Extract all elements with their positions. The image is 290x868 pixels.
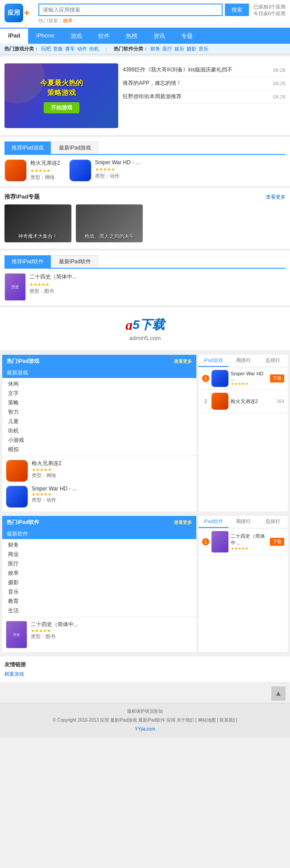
scat-business[interactable]: 商业 bbox=[6, 550, 193, 559]
footer-line3: YYjia.com bbox=[4, 725, 286, 734]
tab-iphone[interactable]: iPhone bbox=[28, 29, 62, 44]
view-more-special[interactable]: 查看更多 bbox=[266, 194, 286, 200]
game-app-item-2[interactable]: Sniper War HD - ... ★★★★★ 类型：动作 bbox=[69, 159, 140, 182]
cat-children[interactable]: 儿童 bbox=[6, 417, 193, 426]
tab-newest-software[interactable]: 最新iPad软件 bbox=[52, 255, 98, 268]
rank-icon-s1 bbox=[211, 531, 228, 552]
tab-ipad[interactable]: iPad bbox=[0, 29, 28, 44]
rank-name-1: Sniper War HD ... bbox=[231, 371, 268, 382]
rank-item-game-2[interactable]: 2 枪火兄弟连2 364 bbox=[199, 390, 288, 413]
scat-efficiency[interactable]: 效率 bbox=[6, 569, 193, 578]
tab-newest-games[interactable]: 最新iPad游戏 bbox=[52, 141, 98, 154]
scat-music[interactable]: 音乐 bbox=[6, 587, 193, 597]
scat-life[interactable]: 生活 bbox=[6, 606, 193, 615]
software-app-type-1: 类型：图书 bbox=[29, 288, 77, 295]
tab-software[interactable]: 软件 bbox=[90, 29, 118, 44]
tab-ranking[interactable]: 热榜 bbox=[118, 29, 145, 44]
tab-recommended-software[interactable]: 推荐iPad软件 bbox=[4, 255, 51, 268]
scat-medical[interactable]: 医疗 bbox=[6, 559, 193, 569]
news-item-1[interactable]: 4399巨作《我大哥叫刘备》ios版国庆豪礼挡不 08-26 bbox=[123, 63, 286, 77]
rank-tab-week-software[interactable]: 周排行 bbox=[228, 516, 258, 528]
scat-education[interactable]: 教育 bbox=[6, 597, 193, 606]
hot-games-category-active[interactable]: 最新游戏 bbox=[2, 368, 196, 378]
game-app-item-1[interactable]: 枪火兄弟连2 ★★★★★ 类型：网络 bbox=[4, 159, 60, 182]
rank-item-software-1[interactable]: 1 二十四史（简体中... ★★★★★ 下载 bbox=[199, 528, 288, 556]
cat-text[interactable]: 文字 bbox=[6, 389, 193, 398]
hot-games-header: 热门iPad游戏 查看更多 bbox=[2, 355, 196, 368]
game-app-icon-1 bbox=[4, 159, 27, 182]
rank-download-btn-1[interactable]: 下载 bbox=[270, 374, 284, 382]
hot-software-category-active[interactable]: 最新软件 bbox=[2, 529, 196, 539]
hot-software-view-more[interactable]: 查看更多 bbox=[174, 519, 192, 526]
cat-strategy[interactable]: 策略 bbox=[6, 398, 193, 407]
games-app-list: 枪火兄弟连2 ★★★★★ 类型：网络 Sniper War HD - ... ★… bbox=[4, 159, 286, 182]
software-app-item-1[interactable]: 历史 二十四史（简体中... ★★★★★ 类型：图书 bbox=[4, 273, 286, 301]
news-item-2[interactable]: 推荐的APP，难忘的情！ 08-26 bbox=[123, 77, 286, 90]
cat-brain[interactable]: 智力 bbox=[6, 407, 193, 417]
hot-game-name-2: Sniper War HD - ... bbox=[32, 486, 77, 492]
soft-cat-finance[interactable]: 财务 bbox=[150, 46, 160, 52]
rank-tab-total-games[interactable]: 总排行 bbox=[258, 355, 288, 367]
soft-cat-medical[interactable]: 医疗 bbox=[162, 46, 172, 52]
game-ranking-section: iPad游戏 周排行 总排行 1 Sniper War HD ... ★★★★★… bbox=[199, 355, 288, 511]
watermark-sub: admin5.com bbox=[9, 335, 281, 341]
hot-games-view-more[interactable]: 查看更多 bbox=[174, 358, 192, 365]
friend-links-title: 友情链接 bbox=[4, 661, 286, 669]
friend-link-1[interactable]: 棋案游戏 bbox=[4, 671, 24, 677]
banner-section: 今夏最火热的策略游戏 开始游戏 4399巨作《我大哥叫刘备》ios版国庆豪礼挡不… bbox=[0, 57, 290, 135]
banner-start-btn[interactable]: 开始游戏 bbox=[44, 102, 79, 113]
tab-news[interactable]: 资讯 bbox=[145, 29, 173, 44]
game-app-info-1: 枪火兄弟连2 ★★★★★ 类型：网络 bbox=[30, 159, 60, 181]
search-input[interactable] bbox=[38, 4, 223, 16]
rank-stars-s1: ★★★★★ bbox=[231, 546, 268, 551]
cat-mini[interactable]: 小游戏 bbox=[6, 436, 193, 445]
rank-tab-week-games[interactable]: 周排行 bbox=[228, 355, 258, 367]
game-cat-jingpan[interactable]: 竞板 bbox=[53, 46, 63, 52]
soft-cat-music[interactable]: 音乐 bbox=[199, 46, 208, 52]
rank-item-game-1[interactable]: 1 Sniper War HD ... ★★★★★ 下载 bbox=[199, 367, 288, 390]
hot-game-app-1[interactable]: 枪火兄弟连2 ★★★★★ 类型：网络 bbox=[6, 460, 193, 482]
banner-image[interactable]: 今夏最火热的策略游戏 开始游戏 bbox=[4, 63, 118, 128]
hot-software-app-1[interactable]: 历史 二十四史（简体中... ★★★★★ 类型：图书 bbox=[6, 621, 193, 648]
cat-arcade[interactable]: 街机 bbox=[6, 426, 193, 436]
rank-tab-ipad-software[interactable]: iPad软件 bbox=[199, 516, 228, 528]
game-cat-action[interactable]: 动作 bbox=[77, 46, 87, 52]
rank-num-s1: 1 bbox=[202, 538, 209, 545]
news-item-3[interactable]: 狂野@街街本周新游推荐 08-26 bbox=[123, 90, 286, 104]
special-item-1[interactable]: 神奇魔术大集合！ bbox=[4, 204, 71, 244]
soft-cat-entertainment[interactable]: 娱乐 bbox=[174, 46, 184, 52]
scat-finance[interactable]: 财务 bbox=[6, 540, 193, 550]
rank-download-btn-s1[interactable]: 下载 bbox=[270, 538, 284, 546]
special-header: 推荐iPad专题 查看更多 bbox=[4, 193, 286, 201]
special-section: 推荐iPad专题 查看更多 神奇魔术大集合！ 枪战、黑人之间的决斗 bbox=[0, 188, 290, 249]
rank-stars-1: ★★★★★ bbox=[231, 382, 268, 386]
hot-game-stars-2: ★★★★★ bbox=[32, 492, 77, 497]
news-date-3: 08-26 bbox=[273, 94, 286, 100]
game-cat-wanba[interactable]: 玩吧 bbox=[41, 46, 51, 52]
rank-tab-total-software[interactable]: 总排行 bbox=[258, 516, 288, 528]
banner-news-list: 4399巨作《我大哥叫刘备》ios版国庆豪礼挡不 08-26 推荐的APP，难忘… bbox=[123, 63, 286, 128]
tab-games[interactable]: 游戏 bbox=[62, 29, 90, 44]
hot-game-icon-2 bbox=[6, 486, 28, 508]
ipad-games-section: 推荐iPad游戏 最新iPad游戏 枪火兄弟连2 ★★★★★ 类型：网络 Sni… bbox=[0, 137, 290, 186]
search-button[interactable]: 搜索 bbox=[225, 4, 249, 16]
scat-photo[interactable]: 摄影 bbox=[6, 578, 193, 587]
special-title: 推荐iPad专题 bbox=[4, 193, 40, 201]
soft-cat-photo[interactable]: 摄影 bbox=[186, 46, 196, 52]
hot-software-categories: 财务 商业 医疗 效率 摄影 音乐 教育 生活 bbox=[2, 539, 196, 617]
hot-keyword[interactable]: 糖果 bbox=[63, 18, 73, 23]
news-text-1: 4399巨作《我大哥叫刘备》ios版国庆豪礼挡不 bbox=[123, 66, 232, 74]
game-cat-arcade[interactable]: 街机 bbox=[89, 46, 99, 52]
cat-leisure[interactable]: 休闲 bbox=[6, 379, 193, 389]
logo[interactable]: 应用 + bbox=[4, 4, 29, 22]
tab-special[interactable]: 专题 bbox=[173, 29, 201, 44]
back-to-top[interactable]: ▲ bbox=[0, 684, 290, 703]
hot-game-app-2[interactable]: Sniper War HD - ... ★★★★★ 类型：动作 bbox=[6, 486, 193, 508]
game-cat-label: 热门游戏分类： bbox=[4, 46, 39, 52]
tab-recommended-games[interactable]: 推荐iPad游戏 bbox=[4, 141, 51, 154]
special-item-2[interactable]: 枪战、黑人之间的决斗 bbox=[76, 204, 143, 244]
rank-tab-ipad-games[interactable]: iPad游戏 bbox=[199, 355, 228, 367]
cat-sim[interactable]: 模拟 bbox=[6, 445, 193, 454]
game-cat-saiche[interactable]: 赛车 bbox=[65, 46, 75, 52]
hot-software-title: 热门iPad软件 bbox=[7, 519, 39, 526]
